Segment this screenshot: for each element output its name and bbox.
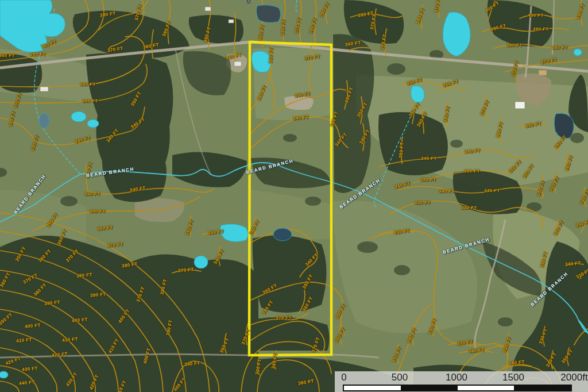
pond <box>256 5 280 23</box>
pond <box>273 228 292 241</box>
scale-tick: 500 <box>392 372 408 383</box>
pond <box>71 112 86 122</box>
scale-tick: 1500 <box>502 372 524 383</box>
pond <box>574 49 582 56</box>
pond <box>39 113 49 128</box>
scale-tick: 2000ft <box>560 372 587 383</box>
scale-tick: 0 <box>341 372 346 383</box>
pond <box>0 371 8 378</box>
map-scale-bar: 0 500 1000 1500 2000ft <box>335 371 588 392</box>
pond <box>252 51 270 72</box>
map-canvas <box>0 0 588 392</box>
aerial-topo-map[interactable]: M 360 FT360 FT350 FT380 FT370 FT370 FT36… <box>0 0 588 392</box>
scale-tick: 1000 <box>446 372 467 383</box>
pond <box>87 120 99 128</box>
scale-bar-segments <box>343 385 572 391</box>
pond <box>194 256 208 268</box>
scale-tick-labels: 0 500 1000 1500 2000ft <box>335 372 588 383</box>
